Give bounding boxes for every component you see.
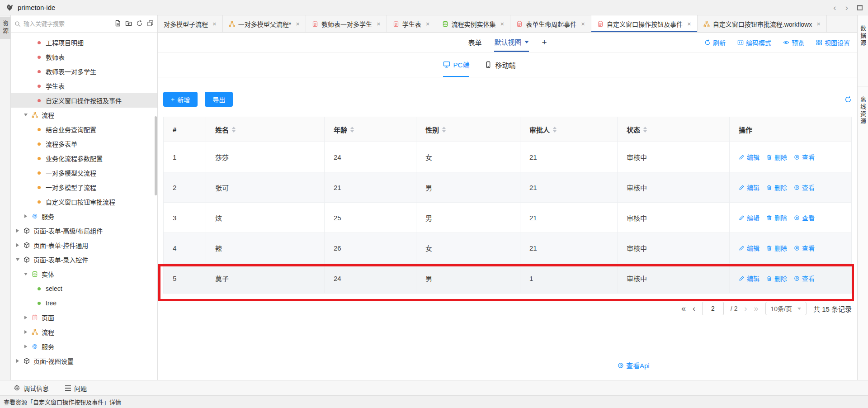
edit-link[interactable]: 编辑 (739, 152, 760, 161)
tree-group-page-view-settings[interactable]: 页面-视图设置 (11, 354, 157, 368)
tree-item-teacher-students[interactable]: 教师表一对多学生 (11, 64, 157, 79)
col-age[interactable]: 年龄 (325, 117, 416, 142)
tree-group-process[interactable]: 流程 (11, 108, 157, 122)
tree-item-approval-process[interactable]: 自定义窗口按钮审批流程 (11, 195, 157, 209)
grid-refresh-icon[interactable] (844, 96, 852, 103)
sort-icon[interactable] (442, 127, 446, 133)
tree-group-page-form-input[interactable]: 页面-表单-录入控件 (11, 252, 157, 267)
col-approver[interactable]: 审批人 (520, 117, 618, 142)
sort-icon[interactable] (232, 127, 236, 133)
tree-item-teacher-table[interactable]: 教师表 (11, 50, 157, 64)
editor-tab-active[interactable]: 自定义窗口操作按钮及事件× (591, 15, 698, 32)
expander-closed-icon[interactable] (24, 316, 28, 319)
tree-item-project-detail[interactable]: 工程项目明细 (11, 35, 157, 50)
close-icon[interactable]: × (816, 20, 821, 28)
close-icon[interactable]: × (687, 20, 691, 28)
view-link[interactable]: 查看 (794, 183, 815, 192)
expander-closed-icon[interactable] (24, 345, 28, 348)
tab-default-view[interactable]: 默认视图 (494, 33, 529, 52)
close-icon[interactable]: × (581, 20, 585, 28)
editor-tab-6[interactable]: 表单生命周起事件× (510, 15, 591, 32)
editor-tab-3[interactable]: 教师表一对多学生× (306, 15, 387, 32)
edit-link[interactable]: 编辑 (739, 274, 760, 283)
expander-closed-icon[interactable] (15, 359, 20, 363)
first-page-button[interactable]: « (681, 304, 686, 313)
edit-link[interactable]: 编辑 (739, 213, 760, 222)
expander-closed-icon[interactable] (24, 214, 28, 218)
problems-tab[interactable]: 问题 (65, 384, 87, 393)
close-icon[interactable]: × (426, 20, 430, 28)
close-icon[interactable]: × (500, 20, 505, 28)
tree-item-parent-process[interactable]: 一对多模型父流程 (11, 166, 157, 180)
close-icon[interactable]: × (377, 20, 381, 28)
tree-item-custom-window-buttons[interactable]: 自定义窗口操作按钮及事件 (11, 93, 157, 108)
panel-tab-resources[interactable]: 资源 (0, 17, 10, 39)
view-link[interactable]: 查看 (794, 274, 815, 283)
table-row[interactable]: 3 炫 25 男 21 审核中 编辑删除查看 (164, 203, 852, 233)
tab-mobile[interactable]: 移动端 (485, 52, 515, 77)
sort-icon[interactable] (553, 127, 557, 133)
sort-icon[interactable] (350, 127, 354, 133)
add-view-button[interactable]: + (542, 38, 547, 47)
expander-closed-icon[interactable] (24, 330, 28, 334)
import-file-icon[interactable] (114, 20, 121, 28)
table-row[interactable]: 4 辣 26 女 21 审核中 编辑删除查看 (164, 233, 852, 263)
delete-link[interactable]: 删除 (766, 152, 787, 161)
tree-item-child-process[interactable]: 一对多模型子流程 (11, 180, 157, 195)
code-mode-button[interactable]: 编码模式 (737, 38, 771, 47)
view-api-link[interactable]: 查看Api (618, 361, 650, 370)
editor-tab-8[interactable]: 自定义窗口按钮审批流程.workflowx× (698, 15, 827, 32)
page-number-input[interactable] (702, 302, 724, 315)
page-size-select[interactable]: 10条/页 (765, 302, 807, 315)
editor-tab-4[interactable]: 学生表× (387, 15, 436, 32)
preview-button[interactable]: 预览 (783, 38, 804, 47)
editor-tab-1[interactable]: 对多模型子流程× (158, 15, 223, 32)
nav-forward-icon[interactable]: › (845, 3, 848, 12)
panel-tab-datasource[interactable]: 数据源 (858, 15, 868, 54)
tab-pc[interactable]: PC端 (443, 52, 470, 77)
view-link[interactable]: 查看 (794, 243, 815, 252)
view-link[interactable]: 查看 (794, 152, 815, 161)
table-row-highlighted[interactable]: 5 莫子 24 男 1 审核中 编辑删除查看 (164, 263, 852, 294)
delete-link[interactable]: 删除 (766, 213, 787, 222)
view-link[interactable]: 查看 (794, 213, 815, 222)
tree-group-page-form-advanced[interactable]: 页面-表单-高级/布局组件 (11, 223, 157, 238)
next-page-button[interactable]: › (744, 304, 747, 313)
tree-group-service[interactable]: 服务 (11, 209, 157, 223)
edit-link[interactable]: 编辑 (739, 183, 760, 192)
search-input[interactable] (24, 20, 112, 27)
delete-link[interactable]: 删除 (766, 183, 787, 192)
search-box[interactable] (14, 20, 112, 27)
editor-tab-5[interactable]: 流程实例实体集× (436, 15, 511, 32)
tree-item-process-multiform[interactable]: 流程多表单 (11, 137, 157, 151)
add-button[interactable]: +新增 (163, 92, 198, 107)
view-settings-button[interactable]: 视图设置 (816, 38, 850, 47)
table-row[interactable]: 2 张可 21 男 21 审核中 编辑删除查看 (164, 172, 852, 203)
expander-closed-icon[interactable] (15, 243, 20, 247)
col-name[interactable]: 姓名 (206, 117, 325, 142)
tree-item-biz-process-params[interactable]: 业务化流程参数配置 (11, 151, 157, 166)
export-button[interactable]: 导出 (205, 92, 233, 107)
tree-item-tree[interactable]: tree (11, 296, 157, 310)
expander-closed-icon[interactable] (15, 229, 20, 232)
panel-tab-offline-resources[interactable]: 离线资源 (858, 86, 868, 133)
sort-icon[interactable] (643, 127, 647, 133)
refresh-button[interactable]: 刷新 (704, 38, 726, 47)
last-page-button[interactable]: » (754, 304, 758, 313)
new-folder-icon[interactable] (125, 20, 132, 28)
tree-group-page-form-common[interactable]: 页面-表单-控件通用 (11, 238, 157, 252)
reload-tree-icon[interactable] (136, 20, 143, 28)
nav-back-icon[interactable]: ‹ (833, 3, 836, 12)
col-gender[interactable]: 性别 (416, 117, 520, 142)
tab-form[interactable]: 表单 (468, 38, 481, 47)
close-icon[interactable]: × (212, 20, 217, 28)
close-icon[interactable]: × (296, 20, 300, 28)
collapse-all-icon[interactable] (147, 20, 154, 28)
prev-page-button[interactable]: ‹ (693, 304, 695, 313)
expander-open-icon[interactable] (24, 273, 28, 275)
tree-group-service-2[interactable]: 服务 (11, 339, 157, 354)
expander-open-icon[interactable] (15, 258, 20, 261)
col-status[interactable]: 状态 (618, 117, 730, 142)
debug-info-tab[interactable]: 调试信息 (14, 384, 49, 393)
table-row[interactable]: 1 莎莎 24 女 21 审核中 编辑删除查看 (164, 142, 852, 172)
